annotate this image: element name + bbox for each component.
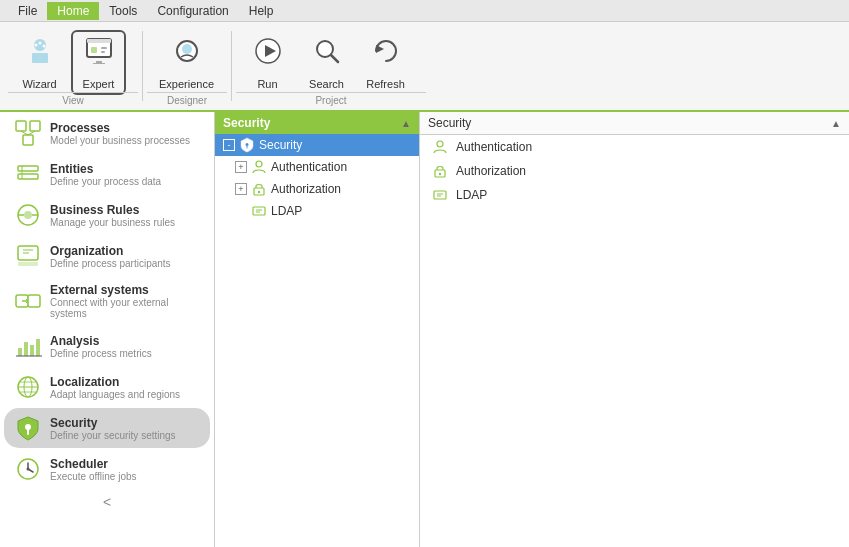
svg-rect-43 (36, 339, 40, 356)
security-icon (14, 414, 42, 442)
tree-sort-icon[interactable]: ▲ (401, 118, 411, 129)
svg-point-55 (27, 468, 30, 471)
external-systems-subtitle: Connect with your external systems (50, 297, 200, 319)
content-authentication-label: Authentication (456, 140, 532, 154)
designer-group-label: Designer (147, 92, 227, 106)
svg-rect-20 (30, 121, 40, 131)
scheduler-icon (14, 455, 42, 483)
security-title: Security (50, 416, 176, 430)
svg-rect-67 (434, 191, 446, 199)
authentication-expander[interactable]: + (235, 161, 247, 173)
content-authentication-icon (432, 139, 448, 155)
svg-rect-41 (24, 342, 28, 356)
entities-title: Entities (50, 162, 161, 176)
sidebar-item-processes[interactable]: Processes Model your business processes (4, 113, 210, 153)
svg-rect-9 (101, 51, 105, 53)
refresh-button[interactable]: Refresh (358, 30, 413, 95)
scheduler-subtitle: Execute offline jobs (50, 471, 137, 482)
svg-rect-10 (96, 61, 102, 63)
analysis-subtitle: Define process metrics (50, 348, 152, 359)
tree-header: Security ▲ (215, 112, 419, 134)
menu-bar: File Home Tools Configuration Help (0, 0, 849, 22)
menu-help[interactable]: Help (239, 2, 284, 20)
organization-subtitle: Define process participants (50, 258, 171, 269)
svg-point-3 (38, 42, 41, 45)
content-item-ldap[interactable]: LDAP (420, 183, 849, 207)
svg-point-13 (182, 44, 192, 54)
menu-configuration[interactable]: Configuration (147, 2, 238, 20)
experience-button[interactable]: Experience (151, 30, 222, 95)
sidebar-item-external-systems[interactable]: External systems Connect with your exter… (4, 277, 210, 325)
sidebar-item-scheduler[interactable]: Scheduler Execute offline jobs (4, 449, 210, 489)
external-systems-title: External systems (50, 283, 200, 297)
experience-icon (171, 35, 203, 74)
svg-rect-19 (16, 121, 26, 131)
organization-icon (14, 242, 42, 270)
content-panel: Security ▲ Authentication Authorization (420, 112, 849, 547)
sidebar-item-security[interactable]: Security Define your security settings (4, 408, 210, 448)
expert-icon (83, 35, 115, 74)
tree-authorization-label: Authorization (271, 182, 341, 196)
svg-point-64 (437, 141, 443, 147)
tree-security-label: Security (259, 138, 302, 152)
toolbar: Wizard Expert View (0, 22, 849, 112)
tree-item-ldap[interactable]: LDAP (215, 200, 419, 222)
wizard-button[interactable]: Wizard (12, 30, 67, 95)
run-button[interactable]: Run (240, 30, 295, 95)
toolbar-view-group: Wizard Expert View (8, 26, 138, 106)
svg-rect-36 (28, 295, 40, 307)
entities-subtitle: Define your process data (50, 176, 161, 187)
tree-item-security[interactable]: - Security (215, 134, 419, 156)
authorization-expander[interactable]: + (235, 183, 247, 195)
analysis-icon (14, 332, 42, 360)
processes-title: Processes (50, 121, 190, 135)
svg-rect-42 (30, 345, 34, 356)
sidebar-item-business-rules[interactable]: Business Rules Manage your business rule… (4, 195, 210, 235)
project-group-label: Project (236, 92, 426, 106)
svg-point-28 (24, 211, 32, 219)
expert-button[interactable]: Expert (71, 30, 126, 95)
organization-title: Organization (50, 244, 171, 258)
business-rules-subtitle: Manage your business rules (50, 217, 175, 228)
content-sort-icon[interactable]: ▲ (831, 118, 841, 129)
security-subtitle: Define your security settings (50, 430, 176, 441)
tree-ldap-icon (251, 203, 267, 219)
tree-security-icon (239, 137, 255, 153)
tree-panel: Security ▲ - Security + Authentication + (215, 112, 420, 547)
toolbar-divider-1 (142, 31, 143, 101)
menu-tools[interactable]: Tools (99, 2, 147, 20)
svg-rect-21 (23, 135, 33, 145)
business-rules-title: Business Rules (50, 203, 175, 217)
toolbar-divider-2 (231, 31, 232, 101)
svg-line-17 (331, 55, 338, 62)
view-group-label: View (8, 92, 138, 106)
business-rules-icon (14, 201, 42, 229)
main-content: Processes Model your business processes … (0, 112, 849, 547)
svg-rect-40 (18, 348, 22, 356)
tree-ldap-label: LDAP (271, 204, 302, 218)
toolbar-project-group: Run Search Refresh (236, 26, 426, 106)
scroll-left-arrow[interactable]: < (0, 490, 214, 514)
sidebar-item-localization[interactable]: Localization Adapt languages and regions (4, 367, 210, 407)
sidebar-item-analysis[interactable]: Analysis Define process metrics (4, 326, 210, 366)
tree-authentication-icon (251, 159, 267, 175)
sidebar-item-entities[interactable]: Entities Define your process data (4, 154, 210, 194)
security-expander[interactable]: - (223, 139, 235, 151)
content-item-authentication[interactable]: Authentication (420, 135, 849, 159)
entities-icon (14, 160, 42, 188)
menu-home[interactable]: Home (47, 2, 99, 20)
tree-authentication-label: Authentication (271, 160, 347, 174)
content-ldap-icon (432, 187, 448, 203)
content-item-authorization[interactable]: Authorization (420, 159, 849, 183)
tree-item-authentication[interactable]: + Authentication (215, 156, 419, 178)
search-button[interactable]: Search (299, 30, 354, 95)
tree-header-label: Security (223, 116, 270, 130)
svg-rect-24 (18, 166, 38, 171)
svg-point-4 (42, 45, 45, 48)
svg-rect-11 (93, 63, 105, 64)
localization-icon (14, 373, 42, 401)
sidebar-item-organization[interactable]: Organization Define process participants (4, 236, 210, 276)
tree-item-authorization[interactable]: + Authorization (215, 178, 419, 200)
svg-rect-7 (91, 47, 97, 53)
menu-file[interactable]: File (8, 2, 47, 20)
